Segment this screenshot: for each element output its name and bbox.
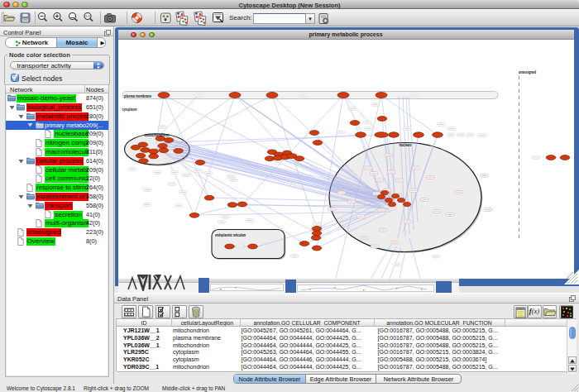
svg-text:unassigned: unassigned bbox=[519, 69, 536, 74]
svg-text:nucleus: nucleus bbox=[400, 141, 412, 146]
svg-text:1:1: 1:1 bbox=[85, 14, 90, 18]
svg-text:endoplasmic reticulum: endoplasmic reticulum bbox=[215, 232, 246, 237]
svg-text:plasma membrane: plasma membrane bbox=[124, 93, 151, 98]
svg-text:mitochondrion: mitochondrion bbox=[145, 131, 170, 136]
svg-text:cytoplasm: cytoplasm bbox=[122, 106, 137, 111]
